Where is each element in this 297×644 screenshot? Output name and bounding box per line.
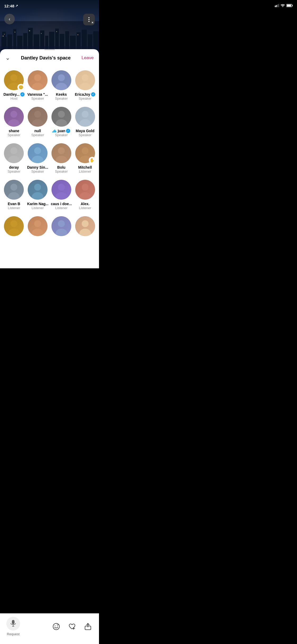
avatar-wrapper xyxy=(4,143,24,163)
participant-name: Vanessa "... xyxy=(27,92,48,96)
participant-cell[interactable]: BoluSpeaker xyxy=(50,141,73,177)
avatar-wrapper xyxy=(75,107,95,127)
bottom-sheet: ⌄ Dantley Davis's space Leave 😊Dantley..… xyxy=(0,49,99,268)
name-role-wrap: juan✓Speaker xyxy=(52,129,70,137)
name-role-wrap: shaneSpeaker xyxy=(8,129,20,137)
participant-cell[interactable]: caus i doe...Listener xyxy=(50,177,73,214)
participant-cell[interactable]: ✋MitchellListener xyxy=(73,141,97,177)
avatar-wrapper: 😊 xyxy=(4,70,24,90)
participant-name: Alex. xyxy=(81,202,89,206)
svg-point-37 xyxy=(11,74,17,81)
participant-name-text: Alex. xyxy=(81,202,89,206)
avatar xyxy=(51,216,71,236)
avatar xyxy=(28,143,48,163)
avatar-wrapper xyxy=(4,180,24,200)
participant-role: Speaker xyxy=(55,96,68,100)
name-role-wrap: Evan BListener xyxy=(8,202,20,210)
participant-name: Dantley...✓ xyxy=(3,92,25,96)
name-role-wrap: Karim Nag...Listener xyxy=(27,202,48,210)
participant-cell[interactable]: shaneSpeaker xyxy=(2,104,26,141)
name-role-wrap: deraySpeaker xyxy=(8,165,20,173)
dot-2 xyxy=(88,19,89,20)
avatar xyxy=(51,70,71,90)
svg-point-46 xyxy=(82,74,88,81)
participant-name: Keeks xyxy=(56,92,67,96)
avatar xyxy=(4,143,24,163)
svg-point-67 xyxy=(58,147,65,154)
svg-rect-32 xyxy=(41,33,42,34)
avatar-wrapper xyxy=(51,70,71,90)
participant-cell[interactable]: 😊Dantley...✓Host xyxy=(2,68,26,104)
participant-name: Mitchell xyxy=(78,165,92,169)
avatar-wrapper xyxy=(51,107,71,127)
participant-cell[interactable]: deraySpeaker xyxy=(2,141,26,177)
participant-name: Danny Sin... xyxy=(27,165,48,169)
participant-cell[interactable] xyxy=(73,214,97,242)
participant-cell[interactable] xyxy=(26,214,50,242)
svg-point-85 xyxy=(11,220,17,227)
participant-name: null xyxy=(34,129,41,133)
avatar xyxy=(28,180,48,200)
avatar xyxy=(4,107,24,127)
svg-point-82 xyxy=(82,184,88,191)
audio-bar xyxy=(54,130,55,132)
participants-grid: 😊Dantley...✓Host Vanessa "...Speaker Kee… xyxy=(0,63,99,242)
participant-cell[interactable]: KeeksSpeaker xyxy=(50,68,73,104)
avatar-wrapper xyxy=(4,107,24,127)
name-role-wrap: Danny Sin...Speaker xyxy=(27,165,48,173)
avatar xyxy=(75,180,95,200)
participant-name-text: Dantley... xyxy=(3,92,20,96)
back-button[interactable]: ‹ xyxy=(4,14,15,24)
participant-cell[interactable]: juan✓Speaker xyxy=(50,104,73,141)
participant-cell[interactable]: Evan BListener xyxy=(2,177,26,214)
chevron-down-icon[interactable]: ⌄ xyxy=(5,54,10,61)
leave-button[interactable]: Leave xyxy=(82,55,94,61)
participant-name-text: juan xyxy=(58,129,65,133)
participant-cell[interactable] xyxy=(50,214,73,242)
svg-rect-28 xyxy=(3,36,4,36)
participant-name-text: caus i doe... xyxy=(51,202,72,206)
participant-cell[interactable]: Vanessa "...Speaker xyxy=(26,68,50,104)
participant-cell[interactable]: Alex.Listener xyxy=(73,177,97,214)
audio-bar xyxy=(55,131,56,132)
audio-bar xyxy=(52,131,53,132)
svg-point-76 xyxy=(34,184,41,191)
svg-point-40 xyxy=(34,74,41,81)
participant-name-text: Evan B xyxy=(8,202,20,206)
name-role-wrap: EricaJoy✓Speaker xyxy=(75,92,95,100)
participant-name-text: Bolu xyxy=(57,165,65,169)
more-menu-button[interactable]: ✕ xyxy=(83,14,95,25)
participant-role: Listener xyxy=(79,206,91,210)
avatar xyxy=(28,107,48,127)
participant-name-text: Keeks xyxy=(56,92,67,96)
dot-1 xyxy=(88,17,89,18)
avatar-wrapper xyxy=(28,107,48,127)
participant-name: Bolu xyxy=(57,165,65,169)
participant-role: Host xyxy=(11,96,18,100)
avatar xyxy=(4,216,24,236)
participant-cell[interactable]: Maya GoldSpeaker xyxy=(73,104,97,141)
participant-cell[interactable] xyxy=(2,214,26,242)
audio-indicator xyxy=(52,129,56,132)
participant-role: Speaker xyxy=(31,169,44,173)
avatar xyxy=(28,70,48,90)
participant-cell[interactable]: Danny Sin...Speaker xyxy=(26,141,50,177)
location-icon: ↗ xyxy=(15,4,18,8)
participant-cell[interactable]: EricaJoy✓Speaker xyxy=(73,68,97,104)
participant-role: Listener xyxy=(79,169,91,173)
participant-cell[interactable]: Karim Nag...Listener xyxy=(26,177,50,214)
svg-point-91 xyxy=(58,220,65,227)
verified-badge: ✓ xyxy=(91,92,95,96)
participant-cell[interactable]: nullSpeaker xyxy=(26,104,50,141)
name-role-wrap: Dantley...✓Host xyxy=(3,92,25,100)
avatar-wrapper xyxy=(28,180,48,200)
verified-badge: ✓ xyxy=(20,92,25,96)
participant-name: Karim Nag... xyxy=(27,202,48,206)
city-svg xyxy=(0,21,99,53)
svg-rect-29 xyxy=(4,34,5,35)
participant-name-text: Mitchell xyxy=(78,165,92,169)
avatar xyxy=(51,107,71,127)
svg-rect-34 xyxy=(77,34,78,35)
avatar-wrapper xyxy=(51,143,71,163)
svg-point-88 xyxy=(34,220,41,227)
